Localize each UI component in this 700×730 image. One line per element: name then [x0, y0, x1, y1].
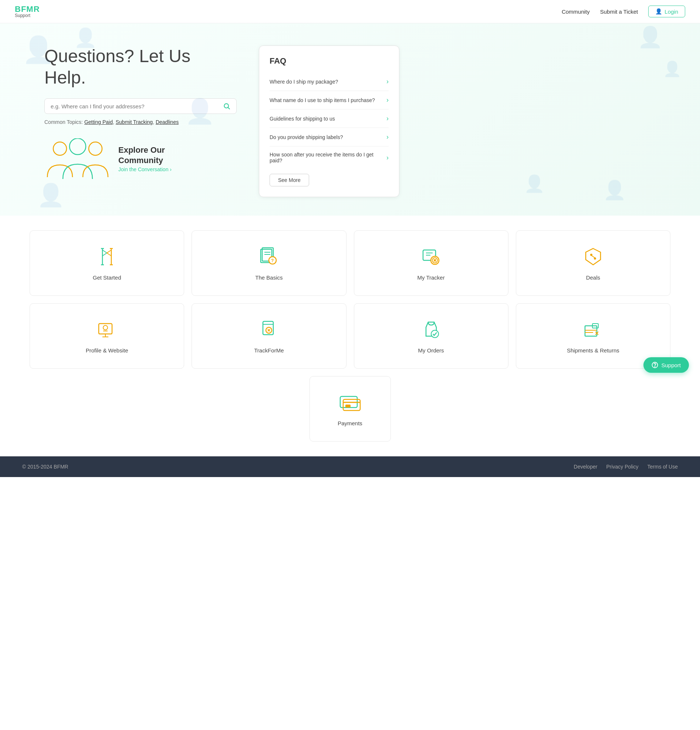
faq-box: FAQ Where do I ship my package? › What n… — [259, 45, 400, 197]
topic-getting-paid[interactable]: Getting Paid — [84, 119, 113, 125]
category-label: Deals — [586, 274, 600, 281]
chevron-right-icon: › — [386, 78, 389, 85]
hero-section: 👤 👤 👤 👤 👤 👤 👤 👤 Questions? Let Us Help. … — [0, 23, 700, 216]
svg-point-27 — [590, 254, 592, 256]
faq-item-1[interactable]: Where do I ship my package? › — [270, 73, 389, 91]
shipments-returns-icon — [582, 318, 604, 340]
search-icon — [223, 102, 230, 110]
svg-point-2 — [53, 142, 67, 155]
category-label: Get Started — [93, 274, 121, 281]
question-circle-icon — [652, 362, 658, 368]
footer-terms-link[interactable]: Terms of Use — [648, 464, 678, 470]
faq-item-2[interactable]: What name do I use to ship items I purch… — [270, 91, 389, 110]
topic-deadlines[interactable]: Deadlines — [156, 119, 179, 125]
category-payments[interactable]: Payments — [309, 376, 391, 442]
hero-content: Questions? Let Us Help. Common Topics: G… — [44, 45, 685, 197]
profile-website-icon — [96, 318, 118, 340]
topic-submit-tracking[interactable]: Submit Tracking — [116, 119, 153, 125]
join-conversation-link[interactable]: Join the Conversation › — [118, 166, 172, 172]
my-orders-icon — [420, 318, 442, 340]
community-nav-link[interactable]: Community — [562, 9, 590, 15]
category-deals[interactable]: Deals — [516, 231, 671, 296]
footer-links: Developer Privacy Policy Terms of Use — [574, 464, 678, 470]
category-label: The Basics — [255, 274, 283, 281]
payments-icon — [338, 391, 362, 413]
svg-point-0 — [224, 104, 229, 108]
search-input[interactable] — [51, 103, 223, 110]
category-label: My Tracker — [417, 274, 445, 281]
footer-privacy-link[interactable]: Privacy Policy — [606, 464, 638, 470]
footer-developer-link[interactable]: Developer — [574, 464, 598, 470]
svg-rect-41 — [585, 326, 597, 336]
community-illustration — [44, 138, 111, 179]
hero-left: Questions? Let Us Help. Common Topics: G… — [44, 45, 237, 179]
svg-point-53 — [655, 366, 655, 367]
category-profile-website[interactable]: Profile & Website — [29, 303, 184, 369]
see-more-button[interactable]: See More — [270, 174, 309, 186]
category-trackforme[interactable]: TrackForMe — [191, 303, 346, 369]
svg-point-3 — [70, 138, 86, 155]
deals-icon — [582, 245, 604, 268]
login-button[interactable]: 👤 Login — [648, 6, 685, 18]
svg-point-28 — [594, 257, 596, 260]
faq-title: FAQ — [270, 56, 389, 66]
svg-point-4 — [89, 142, 102, 155]
category-label: My Orders — [418, 347, 444, 353]
logo-sub: Support — [15, 13, 40, 18]
community-heading: Explore Our Community — [118, 145, 172, 166]
category-my-orders[interactable]: My Orders — [354, 303, 509, 369]
common-topics: Common Topics: Getting Paid, Submit Trac… — [44, 119, 237, 125]
categories-section: Get Started ? The Basics — [0, 216, 700, 456]
category-label: Profile & Website — [86, 347, 128, 353]
chevron-right-icon: › — [386, 115, 389, 123]
categories-row-1: Get Started ? The Basics — [29, 231, 671, 296]
categories-row-3: Payments — [29, 376, 671, 442]
category-my-tracker[interactable]: My Tracker — [354, 231, 509, 296]
category-label: Shipments & Returns — [567, 347, 619, 353]
hero-title: Questions? Let Us Help. — [44, 45, 237, 88]
svg-rect-51 — [346, 404, 350, 407]
categories-row-2: Profile & Website TrackForMe My Orders — [29, 303, 671, 369]
chevron-right-icon: › — [386, 96, 389, 104]
the-basics-icon: ? — [258, 245, 280, 268]
logo[interactable]: BFMR Support — [15, 5, 40, 18]
chevron-right-icon: › — [386, 154, 389, 162]
navbar-right: Community Submit a Ticket 👤 Login — [562, 6, 685, 18]
navbar: BFMR Support Community Submit a Ticket 👤… — [0, 0, 700, 23]
my-tracker-icon — [420, 245, 442, 268]
category-the-basics[interactable]: ? The Basics — [191, 231, 346, 296]
chevron-right-icon: › — [386, 133, 389, 141]
svg-text:?: ? — [271, 258, 274, 263]
category-label: Payments — [338, 420, 362, 426]
category-get-started[interactable]: Get Started — [29, 231, 184, 296]
support-fab-button[interactable]: Support — [643, 357, 689, 373]
svg-line-1 — [228, 108, 230, 110]
submit-ticket-nav-link[interactable]: Submit a Ticket — [600, 9, 638, 15]
logo-name: BFMR — [15, 5, 40, 13]
category-label: TrackForMe — [254, 347, 284, 353]
faq-item-4[interactable]: Do you provide shipping labels? › — [270, 128, 389, 146]
faq-item-5[interactable]: How soon after you receive the items do … — [270, 146, 389, 169]
footer: © 2015-2024 BFMR Developer Privacy Polic… — [0, 456, 700, 477]
community-box: Explore Our Community Join the Conversat… — [44, 138, 237, 179]
svg-point-33 — [103, 326, 108, 330]
community-text: Explore Our Community Join the Conversat… — [118, 145, 172, 173]
person-icon: 👤 — [655, 8, 662, 15]
faq-item-3[interactable]: Guidelines for shipping to us › — [270, 110, 389, 128]
search-bar — [44, 98, 237, 114]
search-button[interactable] — [223, 102, 230, 110]
footer-copyright: © 2015-2024 BFMR — [22, 464, 69, 470]
svg-marker-12 — [107, 250, 111, 256]
trackforme-icon — [258, 318, 280, 340]
get-started-icon — [96, 245, 118, 268]
